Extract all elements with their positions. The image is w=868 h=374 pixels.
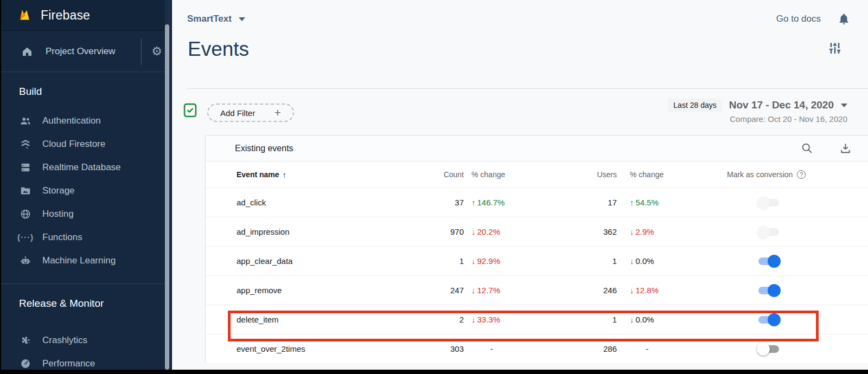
firebase-brand[interactable]: Firebase [1, 0, 172, 31]
count-change: ↓33.3% [464, 315, 526, 324]
conversion-cell [679, 225, 868, 238]
sidebar-item-storage[interactable]: Storage [1, 179, 172, 202]
screenshot-bottom-border [0, 370, 868, 374]
conversion-toggle[interactable] [758, 196, 779, 209]
conversion-cell [679, 313, 868, 326]
conversion-toggle[interactable] [758, 284, 779, 297]
search-button[interactable] [801, 142, 813, 154]
events-table-card: Existing events [205, 135, 868, 363]
sidebar-scrollbar[interactable] [165, 0, 172, 370]
page-title: Events [188, 38, 249, 61]
column-users[interactable]: Users [526, 170, 617, 179]
sidebar-item-label: Realtime Database [42, 162, 121, 173]
chevron-down-icon [239, 17, 245, 21]
firestore-icon [19, 138, 32, 150]
event-count: 2 [388, 315, 464, 324]
sidebar-section-build: Build [1, 72, 172, 98]
sidebar-item-cloud-firestore[interactable]: Cloud Firestore [1, 132, 172, 156]
sidebar-item-hosting[interactable]: Hosting [1, 202, 172, 225]
event-users: 1 [526, 315, 617, 324]
tune-icon [828, 41, 842, 55]
sort-ascending-icon: ↑ [283, 170, 287, 179]
sidebar-item-functions[interactable]: (···) Functions [1, 225, 172, 249]
sidebar-item-realtime-database[interactable]: Realtime Database [1, 156, 172, 179]
sidebar-item-label: Performance [42, 358, 95, 369]
table-row[interactable]: ad_click 37 ↑146.7% 17 ↑54.5% [206, 188, 868, 217]
sidebar-item-project-overview[interactable]: Project Overview ⚙ [1, 31, 172, 72]
count-change: ↑146.7% [464, 198, 526, 207]
users-change: ↓0.0% [617, 315, 679, 324]
globe-icon [19, 208, 32, 220]
column-count-change: % change [464, 170, 526, 179]
sidebar: Firebase Project Overview ⚙ Build Au [1, 0, 172, 370]
count-change: ↓12.7% [464, 286, 526, 295]
date-range-picker[interactable]: Last 28 days Nov 17 - Dec 14, 2020 [668, 99, 847, 112]
speedometer-icon [19, 358, 32, 370]
functions-icon: (···) [19, 233, 32, 242]
conversion-toggle[interactable] [758, 313, 779, 326]
conversion-cell [679, 284, 868, 297]
add-filter-button[interactable]: Add Filter + [207, 104, 294, 122]
users-change: ↓12.8% [617, 286, 679, 295]
toggle-knob [757, 343, 770, 356]
event-count: 303 [388, 344, 464, 353]
table-row[interactable]: event_over_2times 303 - 286 - [206, 334, 868, 363]
users-change: - [617, 344, 679, 353]
firebase-flame-icon [17, 8, 32, 23]
sidebar-item-label: Hosting [42, 209, 74, 220]
project-overview-label: Project Overview [46, 46, 115, 57]
event-count: 247 [388, 286, 464, 295]
event-count: 1 [388, 256, 464, 266]
conversion-toggle[interactable] [758, 225, 779, 238]
sidebar-item-performance[interactable]: Performance [1, 352, 172, 370]
event-users: 286 [526, 344, 617, 353]
table-row[interactable]: app_clear_data 1 ↓92.9% 1 ↓0.0% [206, 246, 868, 275]
sidebar-item-authentication[interactable]: Authentication [1, 109, 172, 132]
sidebar-scrollbar-thumb[interactable] [165, 24, 169, 370]
sidebar-item-machine-learning[interactable]: Machine Learning [1, 249, 172, 272]
download-button[interactable] [839, 142, 852, 154]
topbar-actions: Go to docs [776, 12, 851, 26]
conversion-cell [679, 255, 868, 268]
sidebar-item-crashlytics[interactable]: Crashlytics [1, 328, 172, 352]
database-icon [19, 162, 32, 173]
notifications-button[interactable] [837, 12, 851, 26]
conversion-toggle[interactable] [758, 255, 779, 268]
page-filter-button[interactable] [828, 41, 842, 55]
build-items: Authentication Cloud Firestore Realtime … [1, 109, 172, 272]
go-to-docs-link[interactable]: Go to docs [776, 14, 821, 24]
robot-icon [19, 255, 32, 267]
event-name: app_clear_data [206, 256, 388, 266]
green-check-doc-icon[interactable] [183, 103, 197, 118]
table-body: ad_click 37 ↑146.7% 17 ↑54.5% ad_impress… [206, 188, 868, 363]
event-name: event_over_2times [206, 344, 388, 353]
column-users-change: % change [617, 170, 679, 179]
help-icon[interactable]: ? [797, 170, 806, 179]
event-count: 970 [388, 227, 464, 236]
conversion-cell [679, 343, 868, 356]
sidebar-section-release-monitor: Release & Monitor [1, 284, 172, 309]
column-event-name[interactable]: Event name ↑ [206, 170, 388, 179]
conversion-toggle[interactable] [758, 343, 779, 356]
table-row[interactable]: app_remove 247 ↓12.7% 246 ↓12.8% [206, 275, 868, 305]
table-column-headers: Event name ↑ Count % change Users % chan… [206, 161, 868, 188]
event-name: delete_item [206, 315, 388, 324]
compare-range: Compare: Oct 20 - Nov 16, 2020 [730, 114, 847, 124]
users-change: ↑54.5% [617, 198, 679, 207]
column-count[interactable]: Count [388, 170, 464, 179]
main-content: SmartText Go to docs Events [172, 0, 868, 370]
toggle-knob [757, 196, 770, 209]
event-count: 37 [388, 198, 464, 207]
chevron-down-icon [841, 104, 847, 107]
count-change: ↓20.2% [464, 227, 526, 236]
table-row[interactable]: delete_item 2 ↓33.3% 1 ↓0.0% [206, 305, 868, 334]
table-row[interactable]: ad_impression 970 ↓20.2% 362 ↓2.9% [206, 217, 868, 246]
bell-icon [837, 12, 851, 26]
topbar: SmartText Go to docs [172, 0, 868, 30]
project-selector[interactable]: SmartText [187, 14, 245, 24]
filter-bar: Add Filter + Last 28 days Nov 17 - Dec 1… [172, 89, 868, 124]
storage-icon [19, 185, 32, 197]
period-chip: Last 28 days [668, 99, 722, 112]
table-header-bar: Existing events [206, 136, 868, 161]
event-name: ad_impression [206, 227, 388, 236]
